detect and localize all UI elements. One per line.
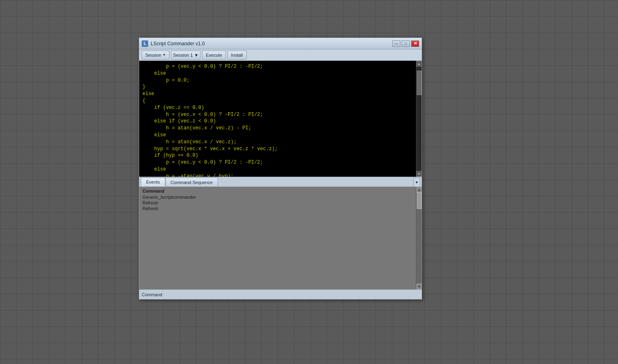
session1-arrow: ▼: [194, 53, 198, 58]
session1-label: Session 1: [173, 53, 193, 58]
events-scrollbar[interactable]: ▲ ▼: [416, 187, 422, 289]
toolbar: Session ▼ Session 1 ▼ Execute Install: [139, 49, 422, 61]
scroll-down-button[interactable]: ▼: [416, 171, 422, 177]
events-scroll-thumb[interactable]: [417, 193, 422, 209]
code-editor[interactable]: p = (vec.y < 0.0) ? PI/2 : -PI/2; else p…: [139, 61, 422, 177]
app-icon-letter: L: [144, 41, 146, 46]
scroll-thumb[interactable]: [417, 71, 422, 95]
app-icon: L: [142, 40, 148, 47]
window-controls: — □ ✕: [392, 40, 419, 47]
events-scroll-track: [416, 193, 422, 284]
code-scrollbar[interactable]: ▲ ▼: [416, 61, 422, 177]
maximize-button[interactable]: □: [402, 40, 410, 47]
events-scroll-up[interactable]: ▲: [416, 187, 422, 193]
events-scroll-down[interactable]: ▼: [416, 284, 422, 289]
tab-command-sequence-label: Command Sequence: [171, 180, 213, 185]
minimize-button[interactable]: —: [392, 40, 400, 47]
session-menu-arrow: ▼: [162, 53, 166, 57]
event-item-0[interactable]: Generic_lscriptcommander: [141, 194, 414, 200]
session1-dropdown[interactable]: Session 1 ▼: [171, 51, 200, 60]
tab-dropdown-button[interactable]: ▼: [413, 178, 420, 186]
command-bar-label: Command: [142, 292, 162, 297]
code-content: p = (vec.y < 0.0) ? PI/2 : -PI/2; else p…: [139, 61, 416, 177]
events-content: Command Generic_lscriptcommander Refresh…: [139, 187, 416, 289]
tabs-row: Events Command Sequence ▼: [139, 177, 422, 187]
events-header: Command: [141, 188, 414, 194]
command-bar: Command: [139, 289, 422, 299]
close-button[interactable]: ✕: [411, 40, 419, 47]
execute-label: Execute: [206, 53, 222, 58]
title-bar: L LScript Commander v1.0 — □ ✕: [139, 38, 422, 49]
scroll-up-button[interactable]: ▲: [416, 61, 422, 67]
install-button[interactable]: Install: [227, 51, 247, 60]
event-item-2[interactable]: Refresh: [141, 206, 414, 211]
event-item-1[interactable]: Refresh: [141, 200, 414, 206]
session-menu-label: Session: [145, 53, 161, 58]
events-list: Command Generic_lscriptcommander Refresh…: [139, 187, 422, 289]
window-title: LScript Commander v1.0: [151, 41, 392, 47]
tab-events[interactable]: Events: [141, 178, 165, 186]
install-label: Install: [231, 53, 243, 58]
tab-events-label: Events: [146, 180, 160, 184]
session-menu-button[interactable]: Session ▼: [142, 51, 169, 60]
bottom-panel: Events Command Sequence ▼ Command Generi…: [139, 177, 422, 299]
tab-command-sequence[interactable]: Command Sequence: [165, 178, 218, 186]
main-window: L LScript Commander v1.0 — □ ✕ Session ▼…: [139, 38, 422, 300]
execute-button[interactable]: Execute: [202, 51, 226, 60]
